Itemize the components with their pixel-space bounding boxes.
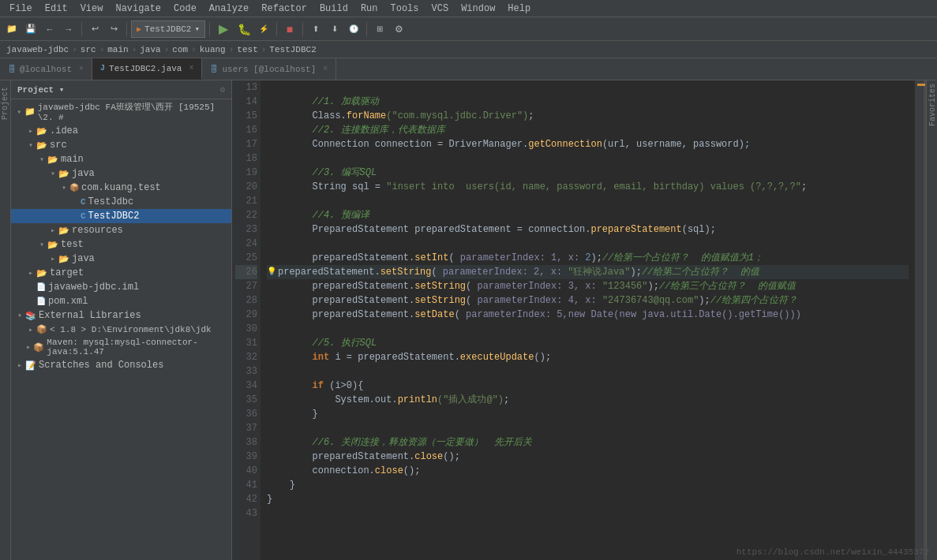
menu-code[interactable]: Code — [167, 2, 203, 16]
tree-package[interactable]: ▾ 📦 com.kuang.test — [11, 181, 231, 195]
code-line-18 — [267, 151, 909, 166]
tree-test[interactable]: ▾ 📂 test — [11, 237, 231, 252]
extlib-icon: 📚 — [25, 311, 36, 321]
tree-testjdbc[interactable]: ▸ C TestJdbc — [11, 195, 231, 209]
run-with-coverage-btn[interactable]: ⚡ — [255, 21, 272, 38]
tree-testjdbc2[interactable]: ▸ C TestJDBC2 — [11, 209, 231, 223]
breadcrumb-com[interactable]: com — [172, 45, 188, 54]
run-config-name: TestJDBC2 — [144, 24, 191, 34]
tree-main[interactable]: ▾ 📂 main — [11, 152, 231, 166]
java-folder-icon: 📂 — [58, 169, 69, 179]
tree-arrow-extlibs: ▾ — [14, 311, 25, 320]
package-icon: 📦 — [69, 183, 79, 192]
toolbar-save-btn[interactable]: 💾 — [22, 21, 39, 38]
code-line-26: 💡 preparedStatement.setString( parameter… — [267, 265, 909, 279]
src-folder-icon: 📂 — [36, 140, 47, 151]
menu-refactor[interactable]: Refactor — [255, 2, 313, 16]
code-line-29: preparedStatement.setDate( parameterInde… — [267, 308, 909, 322]
breadcrumb-project[interactable]: javaweb-jdbc — [6, 45, 69, 54]
breadcrumb-main[interactable]: main — [107, 45, 128, 54]
menu-help[interactable]: Help — [501, 2, 537, 16]
tree-main-label: main — [61, 154, 84, 165]
tab-users[interactable]: 🗄 users [@localhost] × — [202, 58, 336, 80]
menu-view[interactable]: View — [74, 2, 110, 16]
sidebar-options[interactable]: ⚙ — [219, 84, 225, 95]
right-scrollbar[interactable] — [915, 80, 926, 560]
tree-iml[interactable]: ▸ 📄 javaweb-jdbc.iml — [11, 280, 231, 294]
toolbar-redo-btn[interactable]: ↪ — [105, 21, 122, 38]
toolbar-sep2 — [126, 22, 127, 36]
menu-file[interactable]: File — [3, 2, 39, 16]
tab-users-close[interactable]: × — [323, 65, 328, 73]
tree-iml-label: javaweb-jdbc.iml — [48, 282, 139, 293]
favorites-tab[interactable]: Favorites — [927, 80, 937, 129]
toolbar: 📁 💾 ← → ↩ ↪ ▶ TestJDBC2 ▾ ▶ 🐛 ⚡ ■ ⬆ ⬇ 🕐 … — [0, 17, 937, 41]
toolbar-undo-btn[interactable]: ↩ — [86, 21, 103, 38]
tree-target[interactable]: ▸ 📂 target — [11, 266, 231, 280]
run-config-dropdown[interactable]: ▶ TestJDBC2 ▾ — [131, 21, 205, 38]
debug-button[interactable]: 🐛 — [234, 21, 253, 38]
breadcrumb-src[interactable]: src — [81, 45, 96, 54]
tree-pomxml[interactable]: ▸ 📄 pom.xml — [11, 294, 231, 308]
stop-btn[interactable]: ■ — [281, 21, 298, 38]
tab-testjdbc2[interactable]: J TestJDBC2.java × — [92, 58, 202, 80]
menu-analyze[interactable]: Analyze — [203, 2, 255, 16]
code-line-15: Class.forName("com.mysql.jdbc.Driver"); — [267, 109, 909, 123]
testjdbc-icon: C — [81, 197, 86, 207]
breadcrumb-testjdbc2[interactable]: TestJDBC2 — [269, 45, 316, 54]
resources-folder-icon: 📂 — [58, 226, 69, 236]
project-root-icon: 📁 — [24, 106, 36, 117]
idea-folder-icon: 📂 — [36, 126, 47, 136]
code-line-21 — [267, 194, 909, 208]
tree-idea[interactable]: ▸ 📂 .idea — [11, 124, 231, 138]
tree-java[interactable]: ▾ 📂 java — [11, 166, 231, 181]
menu-vcs[interactable]: VCS — [425, 2, 455, 16]
git-pull-btn[interactable]: ⬇ — [326, 21, 343, 38]
tree-testjdbc2-label: TestJDBC2 — [88, 211, 140, 222]
tree-scratches[interactable]: ▸ 📝 Scratches and Consoles — [11, 358, 231, 372]
tree-java-label: java — [72, 168, 95, 179]
toolbar-back-btn[interactable]: ← — [41, 21, 58, 38]
iml-icon: 📄 — [36, 282, 46, 292]
tab-localhost-close[interactable]: × — [79, 65, 84, 73]
line-numbers: 13 14 15 16 17 18 19 20 21 22 23 24 25 2… — [232, 80, 260, 560]
code-line-40: connection.close(); — [267, 464, 909, 478]
tree-resources[interactable]: ▸ 📂 resources — [11, 223, 231, 237]
tree-jdk[interactable]: ▸ 📦 < 1.8 > D:\Environment\jdk8\jdk — [11, 323, 231, 336]
breadcrumb-java[interactable]: java — [140, 45, 160, 54]
project-tab-vert[interactable]: Project — [0, 84, 11, 123]
tree-package-label: com.kuang.test — [81, 182, 161, 193]
breadcrumb-test[interactable]: test — [237, 45, 257, 54]
code-line-13 — [267, 80, 909, 95]
tree-maven-mysql[interactable]: ▸ 📦 Maven: mysql:mysql-connector-java:5.… — [11, 336, 231, 358]
menu-build[interactable]: Build — [313, 2, 354, 16]
tree-root-project[interactable]: ▾ 📁 javaweb-jdbc FA班级管理\西开 [19525] \2. # — [11, 99, 231, 124]
tab-localhost[interactable]: 🗄 @localhost × — [0, 58, 92, 80]
menu-tools[interactable]: Tools — [384, 2, 425, 16]
tree-external-libs[interactable]: ▾ 📚 External Libraries — [11, 308, 231, 323]
run-button[interactable]: ▶ — [214, 21, 233, 38]
settings-btn[interactable]: ⚙ — [390, 21, 407, 38]
code-line-25: preparedStatement.setInt( parameterIndex… — [267, 251, 909, 265]
test-java-folder-icon: 📂 — [58, 254, 69, 264]
tree-src[interactable]: ▾ 📂 src — [11, 138, 231, 152]
menu-run[interactable]: Run — [354, 2, 384, 16]
code-line-39: preparedStatement.close(); — [267, 450, 909, 464]
menu-navigate[interactable]: Navigate — [109, 2, 167, 16]
target-folder-icon: 📂 — [36, 268, 47, 278]
tab-testjdbc2-close[interactable]: × — [189, 64, 193, 73]
scratch-icon: 📝 — [25, 360, 36, 371]
tree-test-java[interactable]: ▸ 📂 java — [11, 252, 231, 266]
menu-window[interactable]: Window — [455, 2, 501, 16]
tab-java-icon: J — [100, 64, 105, 73]
breadcrumb-kuang[interactable]: kuang — [200, 45, 226, 54]
git-btn[interactable]: ⬆ — [307, 21, 324, 38]
tree-arrow-package: ▾ — [58, 183, 69, 192]
toolbar-open-btn[interactable]: 📁 — [3, 21, 21, 38]
code-content[interactable]: //1. 加载驱动 Class.forName("com.mysql.jdbc.… — [260, 80, 915, 560]
git-history-btn[interactable]: 🕐 — [345, 21, 362, 38]
menu-edit[interactable]: Edit — [39, 2, 74, 16]
toolbar-sep1 — [81, 22, 82, 36]
terminal-btn[interactable]: ⊞ — [371, 21, 388, 38]
toolbar-forward-btn[interactable]: → — [60, 21, 77, 38]
